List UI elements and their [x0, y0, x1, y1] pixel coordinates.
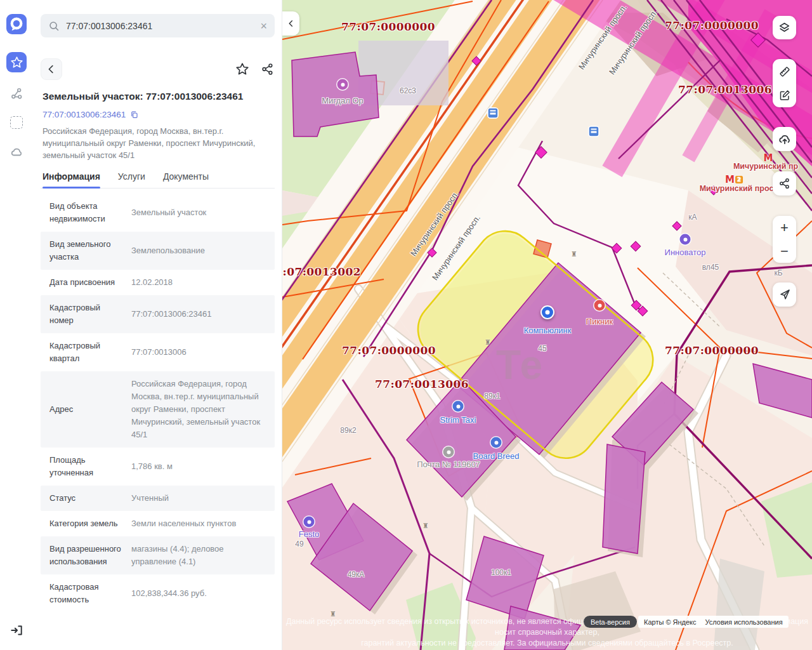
map-copyright: Карты © Яндекс [644, 618, 697, 626]
measure-button[interactable] [773, 60, 796, 83]
tab-documents[interactable]: Документы [163, 171, 209, 188]
row-label: Кадастровый номер [49, 302, 122, 327]
area-select-icon [10, 116, 23, 129]
info-table: Вид объекта недвижимостиЗемельный участо… [41, 194, 275, 613]
beta-badge: Beta-версия [584, 616, 637, 628]
sidebar-item-cloud[interactable] [8, 143, 25, 160]
search-input[interactable]: 77:07:0013006:23461 × [41, 14, 275, 37]
poi-icon[interactable] [680, 234, 691, 245]
row-label: Адрес [49, 403, 122, 416]
copy-icon[interactable] [129, 110, 139, 119]
chevron-left-icon [287, 19, 296, 28]
row-label: Вид разрешенного использования [49, 543, 122, 568]
cloud-icon [10, 145, 23, 159]
poi-icon[interactable] [453, 401, 464, 412]
upload-button[interactable] [773, 127, 796, 151]
map-canvas[interactable]: 77:07:000000077:07:000000077:07:00130067… [282, 0, 812, 650]
row-label: Кадастровая стоимость [49, 581, 122, 606]
edit-icon [778, 89, 791, 102]
share-button[interactable] [261, 62, 275, 76]
graph-share-icon [10, 87, 23, 100]
poi-icon[interactable] [304, 517, 315, 527]
poi-icon[interactable] [443, 447, 454, 458]
table-row: Кадастровый квартал77:07:0013006 [41, 333, 275, 371]
collapse-panel-button[interactable] [282, 11, 299, 36]
detail-tabs: Информация Услуги Документы [41, 171, 275, 189]
map-share-button[interactable] [773, 171, 796, 196]
row-value: магазины (4.4); деловое управление (4.1) [131, 543, 267, 568]
table-row: Дата присвоения12.02.2018 [41, 270, 275, 295]
row-value: 77:07:0013006:23461 [131, 308, 267, 321]
app-window: 77:07:0013006:23461 × Земельный участок:… [0, 0, 812, 650]
row-label: Статус [49, 492, 122, 505]
navigation-arrow-icon [778, 288, 791, 301]
table-row: Категория земельЗемли населенных пунктов [41, 511, 275, 536]
row-value: 77:07:0013006 [131, 346, 267, 359]
detail-panel: 77:07:0013006:23461 × Земельный участок:… [33, 0, 282, 650]
layers-icon [778, 21, 791, 34]
row-value: Земли населенных пунктов [131, 517, 267, 530]
tab-information[interactable]: Информация [43, 171, 100, 188]
table-row: СтатусУчтенный [41, 486, 275, 511]
search-value: 77:07:0013006:23461 [66, 21, 260, 31]
search-icon [48, 20, 60, 32]
row-label: Вид объекта недвижимости [49, 200, 122, 225]
detail-toolbar [41, 58, 275, 80]
ruler-icon [778, 65, 791, 78]
zoom-in-button[interactable]: + [773, 216, 796, 239]
zoom-out-button[interactable]: − [773, 239, 796, 263]
map-graphics [282, 0, 812, 650]
row-value: 102,838,344.36 руб. [131, 587, 267, 600]
clear-search-icon[interactable]: × [260, 20, 267, 32]
sidebar-item-graph[interactable] [8, 85, 25, 102]
cadastral-number-text: 77:07:0013006:23461 [43, 110, 126, 119]
table-row: Кадастровая стоимость102,838,344.36 руб. [41, 574, 275, 613]
zoom-control: + − [773, 216, 796, 263]
row-label: Дата присвоения [49, 276, 122, 289]
tab-services[interactable]: Услуги [118, 171, 145, 188]
share-icon [778, 177, 791, 190]
row-label: Категория земель [49, 517, 122, 530]
metro-line-badge: 2 [735, 176, 743, 183]
tools-group [773, 59, 796, 107]
minus-icon: − [780, 244, 789, 258]
row-value: 1,786 кв. м [131, 460, 267, 473]
table-row: Вид земельного участкаЗемлепользование [41, 232, 275, 270]
bus-stop-icon[interactable] [488, 109, 498, 118]
favorite-button[interactable] [235, 62, 249, 76]
row-value: Российская Федерация, город Москва, вн.т… [131, 378, 267, 441]
exit-button[interactable] [7, 621, 26, 640]
table-row: Площадь уточненная1,786 кв. м [41, 448, 275, 486]
layers-button[interactable] [773, 16, 796, 39]
terms-of-use-link[interactable]: Условия использования [705, 618, 783, 626]
row-label: Кадастровый квартал [49, 340, 122, 365]
metro-icon[interactable]: М2 [725, 174, 743, 185]
bus-stop-icon[interactable] [589, 127, 599, 136]
exit-icon [10, 623, 23, 637]
star-icon [11, 57, 22, 67]
row-value: Землепользование [131, 244, 267, 257]
back-button[interactable] [41, 58, 62, 80]
selected-poi-pin-icon[interactable] [540, 305, 554, 319]
sidebar-item-area-select[interactable] [8, 114, 25, 131]
table-row: АдресРоссийская Федерация, город Москва,… [41, 371, 275, 448]
metro-icon[interactable]: М [764, 152, 773, 164]
sidebar-item-favorites[interactable] [6, 52, 27, 72]
object-address: Российская Федерация, город Москва, вн.т… [41, 125, 264, 161]
row-value: 12.02.2018 [131, 276, 267, 289]
row-label: Вид земельного участка [49, 238, 122, 263]
poi-icon[interactable] [594, 300, 605, 311]
plus-icon: + [780, 221, 789, 235]
cloud-upload-icon [778, 132, 792, 146]
map-attribution: Карты © Яндекс Условия использования [638, 616, 789, 628]
table-row: Кадастровый номер77:07:0013006:23461 [41, 295, 275, 333]
row-value: Земельный участок [131, 206, 267, 219]
row-value: Учтенный [131, 492, 267, 505]
cadastral-number-link[interactable]: 77:07:0013006:23461 [41, 110, 275, 119]
draw-button[interactable] [773, 83, 796, 107]
table-row: Вид объекта недвижимостиЗемельный участо… [41, 194, 275, 232]
locate-button[interactable] [773, 282, 796, 307]
poi-icon[interactable] [337, 79, 348, 90]
app-logo-icon[interactable] [6, 14, 27, 34]
poi-icon[interactable] [491, 437, 502, 448]
